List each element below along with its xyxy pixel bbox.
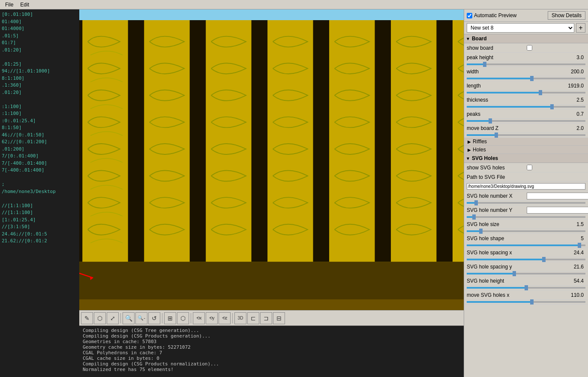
board-section-header[interactable]: ▼ Board [464,34,588,43]
riffles-section-header[interactable]: ▶ Riffles [464,138,588,146]
svg-holes-collapse-arrow: ▼ [466,156,470,161]
move-svg-holes-x-slider-track[interactable] [467,301,585,303]
code-line: .01:20] [2,89,78,97]
code-line: 94;//[1:.01:1000] [2,68,78,75]
grid-btn[interactable]: ⊞ [164,312,176,324]
svg-hole-number-y-input[interactable] [527,207,588,214]
length-slider-thumb[interactable] [539,90,542,95]
code-line: 01:4000] [2,25,78,33]
show-svg-holes-checkbox[interactable] [527,165,532,170]
code-line: 62;//[0:.01:200] [2,139,78,146]
new-set-dropdown[interactable]: New set 8 [467,23,574,33]
svg-hole-shape-slider-row[interactable] [464,243,588,248]
svg-marker-9 [375,20,391,262]
svg-hole-shape-slider-thumb[interactable] [578,243,581,248]
zoom-in-btn[interactable]: 🔍 [123,312,135,324]
width-slider-row[interactable] [464,76,588,81]
move-board-z-slider-track[interactable] [467,134,585,136]
show-details-button[interactable]: Show Details [548,11,585,20]
svg-hole-shape-slider-fill [467,244,579,246]
menu-edit[interactable]: Edit [17,1,33,9]
pencil-tool-btn[interactable]: ✎ [81,312,93,324]
svg-hole-size-value: 1.5 [527,221,585,227]
svg-hole-number-x-slider-thumb[interactable] [474,200,478,205]
svg-marker-6 [190,20,206,262]
hex-btn[interactable]: ⬡ [94,312,106,324]
thickness-slider-thumb[interactable] [550,104,554,109]
move-board-z-slider-thumb[interactable] [495,133,498,138]
console-line: Compiling design (CSG Products generatio… [83,333,460,339]
code-line: [0:.01:100] [2,11,78,18]
peaks-slider-track[interactable] [467,120,585,122]
svg-hole-spacing-y-value: 21.6 [527,264,585,270]
main-layout: [0:.01:100] 01:400] 01:4000] .01:5] 01:7… [0,9,588,377]
svg-hole-spacing-y-slider-thumb[interactable] [513,271,516,276]
peak-height-slider-track[interactable] [467,63,585,65]
svg-holes-section-label: SVG Holes [472,155,498,161]
svg-hole-size-slider-track[interactable] [467,230,585,232]
code-line: 01:400] [2,18,78,26]
console-line: Compiling design (CSG Products normaliza… [83,361,460,367]
peak-height-slider-thumb[interactable] [483,62,486,67]
rotate-z-btn[interactable]: ⟲z [219,312,231,324]
holes-section-header[interactable]: ▶ Holes [464,146,588,154]
svg-hole-number-x-slider-row[interactable] [464,201,588,205]
width-slider-track[interactable] [467,78,585,79]
surface-btn[interactable]: ⊐ [260,312,272,324]
thickness-slider-track[interactable] [467,106,585,108]
svg-path-input[interactable] [467,183,585,190]
peak-height-slider-fill [467,63,485,65]
svg-hole-height-slider-thumb[interactable] [525,285,528,290]
svg-hole-shape-slider-track[interactable] [467,244,585,246]
move-svg-holes-x-slider-thumb[interactable] [530,299,534,305]
transform-btn[interactable]: ⤢ [107,312,119,324]
width-slider-thumb[interactable] [530,76,534,81]
rotate-x-btn[interactable]: ⟲x [193,312,205,324]
separator [232,313,233,323]
svg-hole-spacing-x-slider-row[interactable] [464,257,588,262]
svg-holes-section-header[interactable]: ▼ SVG Holes [464,154,588,163]
svg-hole-number-y-slider-row[interactable] [464,215,588,220]
svg-hole-number-y-row: SVG hole number Y [464,205,588,215]
viewport[interactable] [79,9,464,310]
svg-hole-spacing-y-slider-track[interactable] [467,273,585,274]
svg-hole-spacing-y-slider-fill [467,273,514,274]
show-board-row: show board [464,43,588,53]
svg-hole-number-y-label: SVG hole number Y [467,207,527,213]
peaks-slider-row[interactable] [464,119,588,124]
reset-btn[interactable]: ↺ [148,312,160,324]
new-set-add-button[interactable]: + [576,23,585,33]
length-slider-track[interactable] [467,92,585,93]
svg-hole-spacing-x-slider-thumb[interactable] [542,257,546,262]
move-svg-holes-x-slider-row[interactable] [464,300,588,305]
wireframe-btn[interactable]: ⊏ [247,312,259,324]
svg-hole-number-y-slider-thumb[interactable] [472,214,476,220]
svg-hole-number-x-input[interactable] [527,193,588,199]
show-board-checkbox[interactable] [527,45,532,51]
svg-hole-height-slider-track[interactable] [467,287,585,289]
right-top-bar: Automatic Preview Show Details [464,9,588,22]
svg-hole-number-x-slider-track[interactable] [467,202,585,204]
svg-hole-spacing-y-slider-row[interactable] [464,271,588,276]
move-board-z-slider-row[interactable] [464,133,588,138]
view3d-btn[interactable]: 3D [234,312,246,324]
length-slider-row[interactable] [464,90,588,95]
svg-hole-size-slider-row[interactable] [464,229,588,234]
svg-hole-height-slider-row[interactable] [464,286,588,290]
thickness-slider-row[interactable] [464,105,588,109]
rotate-y-btn[interactable]: ⟲y [206,312,218,324]
peaks-slider-fill [467,120,490,122]
svg-hole-size-row: SVG hole size 1.5 [464,220,588,229]
measure-btn[interactable]: ⊟ [273,312,285,324]
svg-marker-4 [79,20,82,262]
menu-file[interactable]: File [2,1,17,9]
shape-btn[interactable]: ⬡ [177,312,189,324]
peak-height-slider-row[interactable] [464,62,588,67]
peaks-slider-thumb[interactable] [489,118,492,124]
auto-preview-checkbox[interactable] [467,13,472,18]
svg-hole-spacing-x-slider-track[interactable] [467,259,585,260]
svg-hole-size-slider-thumb[interactable] [479,229,483,234]
separator [120,313,121,323]
zoom-out-btn[interactable]: 🔍- [135,312,147,324]
svg-hole-number-y-slider-track[interactable] [467,216,585,218]
